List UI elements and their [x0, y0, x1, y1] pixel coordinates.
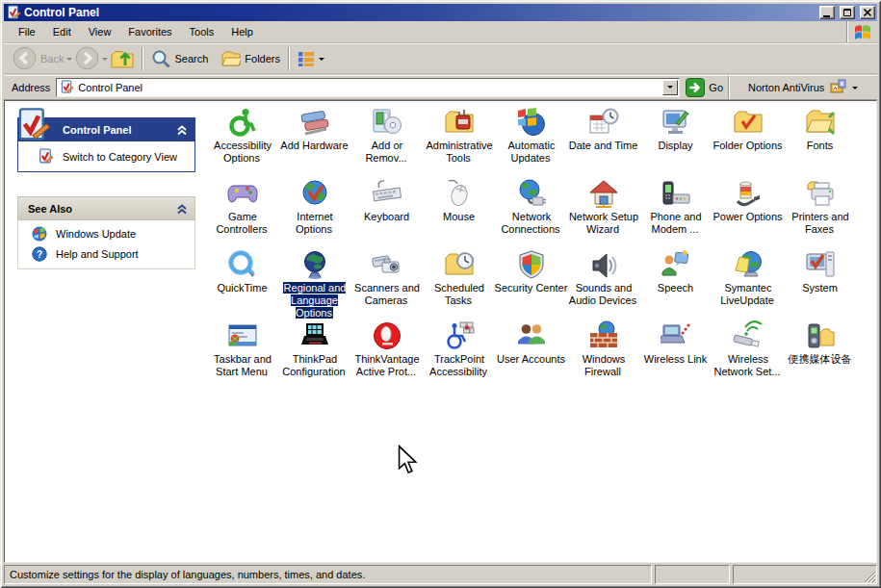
sidebar-link-windows-update[interactable]: Windows Update: [32, 226, 194, 242]
item-label: Add or Remov...: [350, 140, 425, 165]
close-button[interactable]: [860, 6, 875, 19]
up-button[interactable]: [108, 45, 137, 72]
sounds-audio-icon: [588, 249, 619, 280]
item-label: QuickTime: [205, 282, 280, 294]
control-panel-item-internet-options[interactable]: Internet Options: [278, 176, 350, 247]
item-label: Windows Firewall: [566, 353, 641, 378]
user-accounts-icon: [516, 320, 547, 351]
item-label: ThinkPad Configuration: [277, 353, 352, 378]
address-dropdown-button[interactable]: [662, 80, 678, 95]
menu-view[interactable]: View: [80, 23, 120, 40]
add-hardware-icon: [299, 107, 330, 138]
scheduled-tasks-icon: [444, 249, 475, 280]
maximize-button[interactable]: [840, 6, 855, 19]
control-panel-item-mouse[interactable]: Mouse: [423, 176, 495, 247]
control-panel-item-accessibility[interactable]: Accessibility Options: [206, 105, 278, 176]
title-bar[interactable]: Control Panel: [4, 4, 877, 21]
item-label: Regional and Language Options: [277, 282, 352, 320]
control-panel-panel: Control Panel Switch to Category View: [17, 117, 195, 172]
item-label: Add Hardware: [277, 140, 352, 152]
control-panel-item-trackpoint-accessibility[interactable]: TrackPoint Accessibility: [423, 319, 495, 390]
address-separator: [728, 76, 730, 99]
status-panel-3: [733, 565, 877, 584]
sidebar-link-label: Help and Support: [56, 248, 139, 260]
control-panel-item-network-connections[interactable]: Network Connections: [495, 176, 567, 247]
see-also-panel-body: Windows Update?Help and Support: [17, 220, 195, 269]
toolbar-separator: [142, 47, 143, 70]
windows-firewall-icon: [588, 320, 619, 351]
go-button[interactable]: Go: [686, 78, 723, 97]
control-panel-item-scheduled-tasks[interactable]: Scheduled Tasks: [423, 247, 495, 319]
control-panel-window: Control Panel FileEditViewFavoritesTools…: [0, 0, 881, 588]
menu-edit[interactable]: Edit: [44, 23, 80, 40]
menu-items: FileEditViewFavoritesToolsHelp: [4, 21, 262, 42]
control-panel-item-game-controllers[interactable]: Game Controllers: [206, 176, 278, 247]
address-input[interactable]: Control Panel: [56, 78, 680, 97]
system-icon: [805, 249, 836, 280]
go-label: Go: [709, 82, 723, 93]
views-grid-icon: [298, 50, 315, 67]
see-also-panel-header[interactable]: See Also: [17, 196, 195, 220]
menu-favorites[interactable]: Favorites: [119, 23, 180, 40]
control-panel-item-add-hardware[interactable]: Add Hardware: [278, 105, 350, 176]
windows-logo-box: [846, 21, 877, 42]
item-label: ThinkVantage Active Prot...: [350, 353, 425, 378]
control-panel-item-speech[interactable]: Speech: [639, 247, 712, 319]
control-panel-item-taskbar-start-menu[interactable]: Taskbar and Start Menu: [206, 319, 278, 390]
icon-grid: Accessibility OptionsAdd HardwareAdd or …: [206, 105, 856, 390]
control-panel-item-network-setup-wizard[interactable]: Network Setup Wizard: [567, 176, 639, 247]
control-panel-item-printers-faxes[interactable]: Printers and Faxes: [784, 176, 856, 247]
control-panel-item-quicktime[interactable]: QuickTime: [206, 247, 278, 319]
control-panel-item-security-center[interactable]: Security Center: [495, 247, 567, 319]
back-button[interactable]: Back: [10, 44, 66, 72]
control-panel-item-add-remove-programs[interactable]: Add or Remov...: [350, 105, 423, 176]
status-text: Customize settings for the display of la…: [10, 569, 365, 580]
control-panel-item-phone-modem[interactable]: Phone and Modem ...: [639, 176, 712, 247]
sidebar-link-switch-to-category-view[interactable]: Switch to Category View: [38, 148, 177, 165]
control-panel-item-date-time[interactable]: Date and Time: [567, 105, 639, 176]
control-panel-item-sounds-audio[interactable]: Sounds and Audio Devices: [567, 247, 639, 319]
control-panel-item-thinkpad-configuration[interactable]: ThinkPad Configuration: [278, 319, 350, 390]
menu-help[interactable]: Help: [222, 23, 262, 40]
quicktime-icon: [227, 249, 258, 280]
norton-dropdown-caret[interactable]: [852, 87, 858, 92]
control-panel-item-scanners-cameras[interactable]: Scanners and Cameras: [350, 247, 423, 319]
chevron-up-icon[interactable]: [175, 123, 189, 137]
control-panel-item-folder-options[interactable]: Folder Options: [712, 105, 784, 176]
item-label: Network Setup Wizard: [566, 211, 641, 236]
security-center-icon: [516, 249, 547, 280]
folders-button[interactable]: Folders: [219, 47, 283, 70]
control-panel-item-symantec-liveupdate[interactable]: Symantec LiveUpdate: [712, 247, 784, 319]
menu-tools[interactable]: Tools: [181, 23, 223, 40]
item-label: Wireless Link: [638, 353, 713, 366]
resize-grip[interactable]: [864, 571, 876, 583]
minimize-button[interactable]: [819, 6, 835, 19]
printers-faxes-icon: [805, 178, 836, 209]
control-panel-item-administrative-tools[interactable]: Administrative Tools: [423, 105, 495, 176]
item-label: Security Center: [494, 282, 569, 294]
item-label: System: [783, 282, 858, 294]
thinkvantage-active-protection-icon: [372, 320, 402, 351]
control-panel-item-wireless-network-setup[interactable]: Wireless Network Set...: [712, 319, 784, 390]
item-label: Scanners and Cameras: [350, 282, 425, 307]
chevron-up-icon[interactable]: [175, 202, 189, 216]
control-panel-item-display[interactable]: Display: [639, 105, 712, 176]
control-panel-item-automatic-updates[interactable]: Automatic Updates: [495, 105, 567, 176]
control-panel-item-thinkvantage-active-protection[interactable]: ThinkVantage Active Prot...: [350, 319, 423, 390]
control-panel-item-wireless-link[interactable]: Wireless Link: [639, 319, 712, 390]
control-panel-item-system[interactable]: System: [784, 247, 856, 319]
control-panel-item-windows-firewall[interactable]: Windows Firewall: [567, 319, 639, 390]
control-panel-item-keyboard[interactable]: Keyboard: [350, 176, 423, 247]
control-panel-item-power-options[interactable]: Power Options: [712, 176, 784, 247]
search-button[interactable]: Search: [148, 47, 211, 70]
sidebar-link-help-and-support[interactable]: ?Help and Support: [32, 246, 194, 262]
control-panel-item-user-accounts[interactable]: User Accounts: [495, 319, 567, 390]
control-panel-item-portable-media-devices[interactable]: 便携媒体设备: [784, 319, 856, 390]
control-panel-item-fonts[interactable]: Fonts: [784, 105, 856, 176]
forward-button[interactable]: [72, 44, 102, 72]
views-button[interactable]: [295, 48, 327, 69]
norton-antivirus-button[interactable]: Norton AntiVirus: [740, 79, 858, 95]
control-panel-item-regional-language[interactable]: Regional and Language Options: [278, 247, 350, 319]
taskbar-start-menu-icon: [227, 320, 258, 351]
menu-file[interactable]: File: [10, 23, 44, 40]
